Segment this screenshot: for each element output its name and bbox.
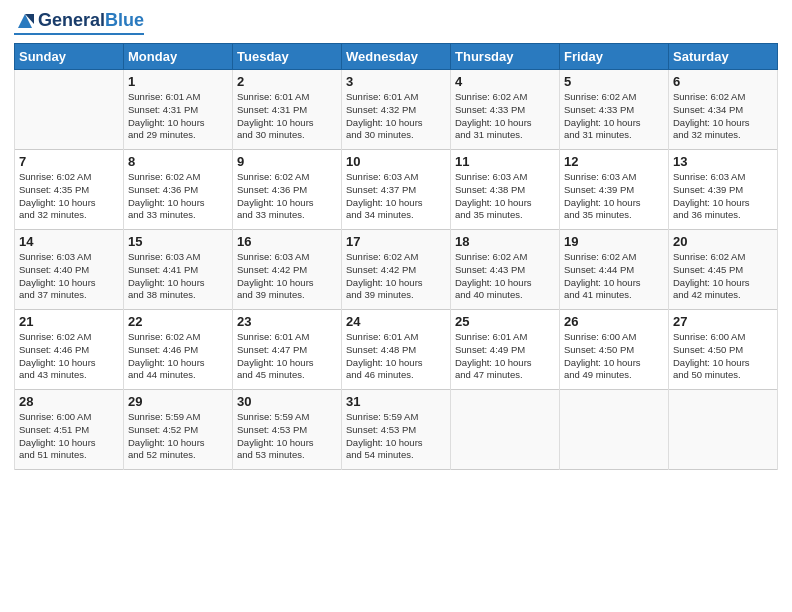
calendar-cell: 7Sunrise: 6:02 AM Sunset: 4:35 PM Daylig… xyxy=(15,150,124,230)
weekday-header-wednesday: Wednesday xyxy=(342,44,451,70)
weekday-header-sunday: Sunday xyxy=(15,44,124,70)
cell-content: Sunrise: 6:00 AM Sunset: 4:50 PM Dayligh… xyxy=(564,331,664,382)
week-row-3: 14Sunrise: 6:03 AM Sunset: 4:40 PM Dayli… xyxy=(15,230,778,310)
calendar-cell: 8Sunrise: 6:02 AM Sunset: 4:36 PM Daylig… xyxy=(124,150,233,230)
calendar-cell: 30Sunrise: 5:59 AM Sunset: 4:53 PM Dayli… xyxy=(233,390,342,470)
cell-content: Sunrise: 6:03 AM Sunset: 4:41 PM Dayligh… xyxy=(128,251,228,302)
calendar-cell xyxy=(451,390,560,470)
calendar-cell: 31Sunrise: 5:59 AM Sunset: 4:53 PM Dayli… xyxy=(342,390,451,470)
logo-icon xyxy=(14,10,36,32)
calendar-cell: 24Sunrise: 6:01 AM Sunset: 4:48 PM Dayli… xyxy=(342,310,451,390)
cell-content: Sunrise: 6:01 AM Sunset: 4:49 PM Dayligh… xyxy=(455,331,555,382)
day-number: 9 xyxy=(237,154,337,169)
calendar-cell: 11Sunrise: 6:03 AM Sunset: 4:38 PM Dayli… xyxy=(451,150,560,230)
day-number: 2 xyxy=(237,74,337,89)
calendar-cell: 5Sunrise: 6:02 AM Sunset: 4:33 PM Daylig… xyxy=(560,70,669,150)
day-number: 3 xyxy=(346,74,446,89)
day-number: 12 xyxy=(564,154,664,169)
cell-content: Sunrise: 6:01 AM Sunset: 4:31 PM Dayligh… xyxy=(237,91,337,142)
calendar-cell xyxy=(560,390,669,470)
cell-content: Sunrise: 6:03 AM Sunset: 4:38 PM Dayligh… xyxy=(455,171,555,222)
header: GeneralBlue xyxy=(14,10,778,35)
day-number: 15 xyxy=(128,234,228,249)
cell-content: Sunrise: 6:03 AM Sunset: 4:40 PM Dayligh… xyxy=(19,251,119,302)
day-number: 10 xyxy=(346,154,446,169)
day-number: 27 xyxy=(673,314,773,329)
day-number: 17 xyxy=(346,234,446,249)
cell-content: Sunrise: 6:02 AM Sunset: 4:46 PM Dayligh… xyxy=(19,331,119,382)
calendar-cell: 15Sunrise: 6:03 AM Sunset: 4:41 PM Dayli… xyxy=(124,230,233,310)
calendar-cell: 3Sunrise: 6:01 AM Sunset: 4:32 PM Daylig… xyxy=(342,70,451,150)
calendar-cell xyxy=(669,390,778,470)
calendar-cell: 9Sunrise: 6:02 AM Sunset: 4:36 PM Daylig… xyxy=(233,150,342,230)
day-number: 8 xyxy=(128,154,228,169)
day-number: 22 xyxy=(128,314,228,329)
day-number: 25 xyxy=(455,314,555,329)
day-number: 26 xyxy=(564,314,664,329)
calendar-cell: 20Sunrise: 6:02 AM Sunset: 4:45 PM Dayli… xyxy=(669,230,778,310)
day-number: 21 xyxy=(19,314,119,329)
weekday-header-row: SundayMondayTuesdayWednesdayThursdayFrid… xyxy=(15,44,778,70)
calendar-cell: 17Sunrise: 6:02 AM Sunset: 4:42 PM Dayli… xyxy=(342,230,451,310)
cell-content: Sunrise: 6:02 AM Sunset: 4:45 PM Dayligh… xyxy=(673,251,773,302)
calendar-cell: 27Sunrise: 6:00 AM Sunset: 4:50 PM Dayli… xyxy=(669,310,778,390)
calendar-cell: 2Sunrise: 6:01 AM Sunset: 4:31 PM Daylig… xyxy=(233,70,342,150)
calendar-cell: 4Sunrise: 6:02 AM Sunset: 4:33 PM Daylig… xyxy=(451,70,560,150)
day-number: 14 xyxy=(19,234,119,249)
day-number: 6 xyxy=(673,74,773,89)
cell-content: Sunrise: 6:01 AM Sunset: 4:31 PM Dayligh… xyxy=(128,91,228,142)
cell-content: Sunrise: 5:59 AM Sunset: 4:53 PM Dayligh… xyxy=(237,411,337,462)
week-row-2: 7Sunrise: 6:02 AM Sunset: 4:35 PM Daylig… xyxy=(15,150,778,230)
calendar-cell: 10Sunrise: 6:03 AM Sunset: 4:37 PM Dayli… xyxy=(342,150,451,230)
day-number: 29 xyxy=(128,394,228,409)
cell-content: Sunrise: 6:02 AM Sunset: 4:34 PM Dayligh… xyxy=(673,91,773,142)
calendar-cell: 1Sunrise: 6:01 AM Sunset: 4:31 PM Daylig… xyxy=(124,70,233,150)
day-number: 5 xyxy=(564,74,664,89)
cell-content: Sunrise: 6:01 AM Sunset: 4:32 PM Dayligh… xyxy=(346,91,446,142)
cell-content: Sunrise: 6:01 AM Sunset: 4:47 PM Dayligh… xyxy=(237,331,337,382)
calendar-cell: 22Sunrise: 6:02 AM Sunset: 4:46 PM Dayli… xyxy=(124,310,233,390)
cell-content: Sunrise: 6:00 AM Sunset: 4:51 PM Dayligh… xyxy=(19,411,119,462)
cell-content: Sunrise: 6:01 AM Sunset: 4:48 PM Dayligh… xyxy=(346,331,446,382)
calendar-cell: 25Sunrise: 6:01 AM Sunset: 4:49 PM Dayli… xyxy=(451,310,560,390)
cell-content: Sunrise: 6:02 AM Sunset: 4:33 PM Dayligh… xyxy=(455,91,555,142)
calendar-cell: 18Sunrise: 6:02 AM Sunset: 4:43 PM Dayli… xyxy=(451,230,560,310)
calendar-cell: 26Sunrise: 6:00 AM Sunset: 4:50 PM Dayli… xyxy=(560,310,669,390)
cell-content: Sunrise: 6:02 AM Sunset: 4:36 PM Dayligh… xyxy=(128,171,228,222)
calendar-table: SundayMondayTuesdayWednesdayThursdayFrid… xyxy=(14,43,778,470)
cell-content: Sunrise: 6:02 AM Sunset: 4:33 PM Dayligh… xyxy=(564,91,664,142)
calendar-cell: 23Sunrise: 6:01 AM Sunset: 4:47 PM Dayli… xyxy=(233,310,342,390)
cell-content: Sunrise: 6:02 AM Sunset: 4:43 PM Dayligh… xyxy=(455,251,555,302)
cell-content: Sunrise: 6:02 AM Sunset: 4:35 PM Dayligh… xyxy=(19,171,119,222)
cell-content: Sunrise: 6:03 AM Sunset: 4:42 PM Dayligh… xyxy=(237,251,337,302)
day-number: 1 xyxy=(128,74,228,89)
cell-content: Sunrise: 5:59 AM Sunset: 4:52 PM Dayligh… xyxy=(128,411,228,462)
weekday-header-thursday: Thursday xyxy=(451,44,560,70)
day-number: 20 xyxy=(673,234,773,249)
week-row-1: 1Sunrise: 6:01 AM Sunset: 4:31 PM Daylig… xyxy=(15,70,778,150)
calendar-cell: 6Sunrise: 6:02 AM Sunset: 4:34 PM Daylig… xyxy=(669,70,778,150)
cell-content: Sunrise: 6:03 AM Sunset: 4:37 PM Dayligh… xyxy=(346,171,446,222)
weekday-header-friday: Friday xyxy=(560,44,669,70)
cell-content: Sunrise: 5:59 AM Sunset: 4:53 PM Dayligh… xyxy=(346,411,446,462)
cell-content: Sunrise: 6:02 AM Sunset: 4:42 PM Dayligh… xyxy=(346,251,446,302)
day-number: 23 xyxy=(237,314,337,329)
cell-content: Sunrise: 6:02 AM Sunset: 4:44 PM Dayligh… xyxy=(564,251,664,302)
day-number: 31 xyxy=(346,394,446,409)
calendar-cell: 21Sunrise: 6:02 AM Sunset: 4:46 PM Dayli… xyxy=(15,310,124,390)
day-number: 13 xyxy=(673,154,773,169)
day-number: 30 xyxy=(237,394,337,409)
week-row-4: 21Sunrise: 6:02 AM Sunset: 4:46 PM Dayli… xyxy=(15,310,778,390)
day-number: 11 xyxy=(455,154,555,169)
calendar-cell: 19Sunrise: 6:02 AM Sunset: 4:44 PM Dayli… xyxy=(560,230,669,310)
logo-text: GeneralBlue xyxy=(14,10,144,32)
logo-general: General xyxy=(38,11,105,31)
cell-content: Sunrise: 6:03 AM Sunset: 4:39 PM Dayligh… xyxy=(564,171,664,222)
day-number: 24 xyxy=(346,314,446,329)
calendar-cell: 29Sunrise: 5:59 AM Sunset: 4:52 PM Dayli… xyxy=(124,390,233,470)
weekday-header-saturday: Saturday xyxy=(669,44,778,70)
weekday-header-monday: Monday xyxy=(124,44,233,70)
calendar-cell: 13Sunrise: 6:03 AM Sunset: 4:39 PM Dayli… xyxy=(669,150,778,230)
day-number: 7 xyxy=(19,154,119,169)
cell-content: Sunrise: 6:03 AM Sunset: 4:39 PM Dayligh… xyxy=(673,171,773,222)
